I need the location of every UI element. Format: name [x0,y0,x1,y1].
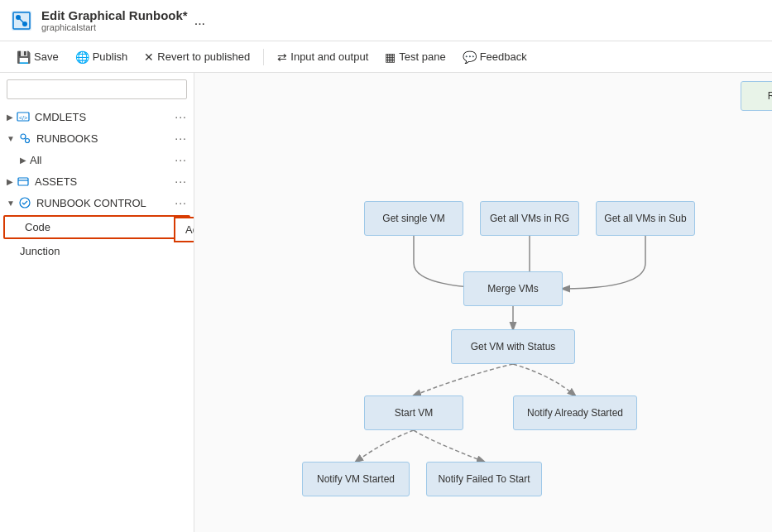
feedback-icon: 💬 [463,50,477,64]
svg-point-8 [25,139,29,143]
node-notify-failed-start[interactable]: Notify Failed To Start [426,462,542,496]
node-get-all-vms-rg[interactable]: Get all VMs in RG [480,201,579,236]
sidebar-item-runbooks[interactable]: ▼ RUNBOOKS ··· [0,127,194,149]
svg-rect-10 [18,178,28,185]
sidebar-runbook-control-label: RUNBOOK CONTROL [36,197,175,209]
runbook-control-icon [18,196,31,209]
node-readme-label: READ ME [768,90,772,102]
runbook-icon [10,9,33,32]
sidebar-runbook-control-more[interactable]: ··· [175,196,187,209]
node-get-vm-status[interactable]: Get VM with Status [451,329,575,364]
header-title-block: Edit Graphical Runbook* graphicalstart [41,8,188,32]
cmdlets-icon: </> [17,110,30,123]
node-get-all-vms-rg-label: Get all VMs in RG [490,213,569,224]
revert-icon: ✕ [144,50,154,64]
search-input[interactable] [7,79,187,99]
save-button[interactable]: 💾 Save [10,47,65,67]
feedback-button[interactable]: 💬 Feedback [456,47,534,67]
node-notify-already-started-label: Notify Already Started [527,407,623,419]
input-output-button[interactable]: ⇄ Input and output [271,47,375,67]
save-label: Save [34,50,59,63]
header-more-button[interactable]: ... [194,13,205,28]
svg-line-9 [25,139,26,140]
sidebar-item-junction[interactable]: Junction [0,241,194,261]
revert-label: Revert to published [157,50,250,63]
sidebar-cmdlets-more[interactable]: ··· [175,110,187,123]
sidebar-cmdlets-label: CMDLETS [35,111,175,123]
runbooks-icon [18,132,31,145]
node-notify-vm-started-label: Notify VM Started [317,473,395,485]
all-chevron-right-icon: ▶ [20,156,26,165]
feedback-label: Feedback [480,50,527,63]
sidebar-code-label: Code [25,221,182,233]
node-notify-vm-started[interactable]: Notify VM Started [302,462,410,496]
page-title: Edit Graphical Runbook* [41,8,188,22]
node-get-single-vm-label: Get single VM [382,213,444,224]
chevron-down-icon: ▼ [7,134,15,143]
node-start-vm[interactable]: Start VM [364,395,463,430]
publish-label: Publish [93,50,128,63]
sidebar-item-all[interactable]: ▶ All ··· [0,149,194,170]
revert-button[interactable]: ✕ Revert to published [137,47,257,67]
node-notify-already-started[interactable]: Notify Already Started [513,395,637,430]
node-notify-failed-start-label: Notify Failed To Start [438,473,530,485]
chevron-right-icon: ▶ [7,113,13,122]
sidebar-assets-label: ASSETS [35,175,175,188]
test-pane-button[interactable]: ▦ Test pane [378,47,452,67]
sidebar-item-assets[interactable]: ▶ ASSETS ··· [0,170,194,192]
sidebar-item-cmdlets[interactable]: ▶ </> CMDLETS ··· [0,106,194,127]
node-get-all-vms-sub[interactable]: Get all VMs in Sub [596,201,695,236]
input-output-label: Input and output [290,50,368,63]
svg-point-7 [21,134,26,139]
test-pane-label: Test pane [399,50,445,63]
test-pane-icon: ▦ [385,50,396,64]
main-layout: ▶ </> CMDLETS ··· ▼ RUNBOOKS ··· ▶ All ·… [0,73,772,532]
publish-icon: 🌐 [75,50,89,64]
sidebar-all-label: All [30,154,175,166]
node-get-single-vm[interactable]: Get single VM [364,201,463,236]
add-to-canvas-popup[interactable]: Add to canvas [174,217,194,242]
page-subtitle: graphicalstart [41,22,188,32]
sidebar: ▶ </> CMDLETS ··· ▼ RUNBOOKS ··· ▶ All ·… [0,73,194,532]
header: Edit Graphical Runbook* graphicalstart .… [0,0,772,41]
runbook-control-chevron-down-icon: ▼ [7,199,15,208]
assets-icon [17,175,30,188]
node-start-vm-label: Start VM [395,407,434,419]
node-get-vm-status-label: Get VM with Status [471,341,556,352]
sidebar-search-container [0,73,194,106]
sidebar-item-runbook-control[interactable]: ▼ RUNBOOK CONTROL ··· [0,192,194,213]
sidebar-item-code[interactable]: Code [3,215,190,239]
add-to-canvas-label: Add to canvas [185,223,194,236]
svg-text:</>: </> [19,115,27,121]
save-icon: 💾 [17,50,31,64]
input-output-icon: ⇄ [277,50,287,64]
svg-point-12 [20,198,30,208]
node-readme[interactable]: READ ME [741,81,772,111]
toolbar-divider [263,49,264,65]
sidebar-runbooks-label: RUNBOOKS [36,132,175,145]
publish-button[interactable]: 🌐 Publish [69,47,135,67]
node-merge-vms-label: Merge VMs [487,283,538,295]
node-merge-vms[interactable]: Merge VMs [463,271,563,306]
toolbar: 💾 Save 🌐 Publish ✕ Revert to published ⇄… [0,41,772,73]
node-get-all-vms-sub-label: Get all VMs in Sub [604,213,686,224]
sidebar-assets-more[interactable]: ··· [175,175,187,188]
sidebar-all-more[interactable]: ··· [175,153,187,166]
canvas: READ ME Get single VM Get all VMs in RG … [194,73,772,532]
sidebar-runbooks-more[interactable]: ··· [175,132,187,145]
assets-chevron-right-icon: ▶ [7,177,13,186]
sidebar-junction-label: Junction [20,245,187,257]
